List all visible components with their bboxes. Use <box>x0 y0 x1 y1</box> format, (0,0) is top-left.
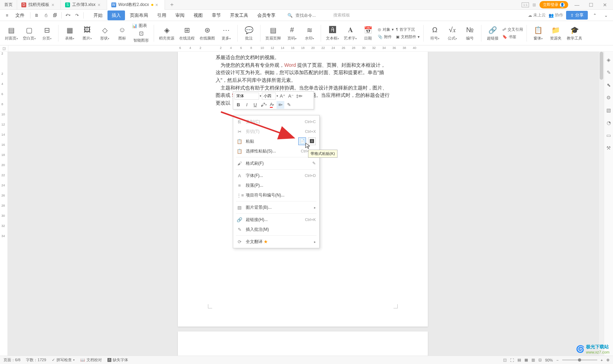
resource-folder-button[interactable]: 📁资源夹 <box>548 23 563 44</box>
tab-templates[interactable]: D 找稻壳模板 × <box>17 0 61 10</box>
font-name-input[interactable] <box>235 93 259 100</box>
horizontal-ruler[interactable]: ◲ 64224681012141618202224262830323436384… <box>0 45 613 52</box>
context-menu-item[interactable]: 📋粘贴📄🅰 <box>233 136 319 146</box>
ribbon-tab-start[interactable]: 开始 <box>89 10 107 20</box>
command-search-input[interactable] <box>295 13 330 18</box>
hyperlink-button[interactable]: 🔗超链接 <box>485 23 500 44</box>
picture-button[interactable]: 🖼图片▾ <box>79 23 95 44</box>
paste-text-only-icon[interactable]: 🅰 <box>308 137 316 145</box>
login-button[interactable]: 立即登录 👤 <box>539 1 568 8</box>
context-menu-item[interactable]: ⋮≡项目符号和编号(N)... <box>233 190 319 200</box>
tab-word-doc[interactable]: W Word教程2.docx × <box>107 0 165 10</box>
zoom-out-button[interactable]: − <box>556 358 558 362</box>
docer-resource-button[interactable]: ◈稻壳资源 <box>158 23 176 44</box>
page-number-button[interactable]: #页码▾ <box>284 23 300 44</box>
pen-panel-icon[interactable]: ✎ <box>606 69 612 76</box>
tab-home[interactable]: 首页 <box>0 0 17 10</box>
gallery-panel-icon[interactable]: ▧ <box>606 107 612 113</box>
print-quick-icon[interactable]: ⎙ <box>42 11 50 20</box>
clock-panel-icon[interactable]: ◔ <box>606 120 612 126</box>
tab-workbook[interactable]: S 工作簿3.xlsx × <box>61 0 107 10</box>
settings-panel-icon[interactable]: ⚙ <box>606 94 612 101</box>
view-outline-icon[interactable]: ▥ <box>531 358 535 362</box>
close-icon[interactable]: × <box>98 2 103 8</box>
view-print-icon[interactable]: ▤ <box>517 358 521 362</box>
line-spacing-icon[interactable]: ‡≡▾ <box>295 92 303 100</box>
redo-icon[interactable]: ↷ <box>73 11 81 20</box>
grow-font-icon[interactable]: A⁺ <box>279 92 286 100</box>
ribbon-tab-member[interactable]: 会员专享 <box>253 10 280 20</box>
preview-icon[interactable]: 🗐 <box>51 11 59 20</box>
context-menu-item[interactable]: ✎插入批注(M) <box>233 224 319 234</box>
mindmap-button[interactable]: ⊛在线脑图 <box>198 23 216 44</box>
chart-button[interactable]: 📊图表 <box>132 23 150 29</box>
ribbon-tab-view[interactable]: 视图 <box>189 10 207 20</box>
dropcap-button[interactable]: ¶首字下沉 <box>396 27 420 32</box>
maximize-button[interactable]: ☐ <box>586 2 596 8</box>
blank-page-button[interactable]: ▢空白页▾ <box>21 23 37 44</box>
collab-button[interactable]: 👥协作 <box>549 12 563 18</box>
flowchart-button[interactable]: ⊞在线流程 <box>178 23 196 44</box>
grid-icon[interactable]: ⊞ <box>532 2 536 7</box>
ribbon-tab-insert[interactable]: 插入 <box>107 10 125 20</box>
vertical-ruler[interactable]: 2246810121416182022242628303234 <box>0 52 8 356</box>
teaching-tools-button[interactable]: 🎓教学工具 <box>565 23 584 44</box>
highlight-icon[interactable]: 🖍▾ <box>260 101 267 109</box>
context-menu-item[interactable]: 📋选择性粘贴(S)...Ctrl+Alt+ <box>233 146 319 156</box>
context-menu-item[interactable]: A字体(F)...Ctrl+D <box>233 171 319 180</box>
comment-button[interactable]: 💬批注 <box>241 23 257 44</box>
equation-button[interactable]: √𝑥公式▾ <box>445 23 460 44</box>
docparts-button[interactable]: ▣文档部件▾ <box>396 34 420 40</box>
shapes-button[interactable]: ◇形状▾ <box>97 23 112 44</box>
docer-panel-icon[interactable]: ◈ <box>606 57 612 63</box>
smartart-button[interactable]: ⊡智能图形 <box>132 29 150 43</box>
view-web-icon[interactable]: ▦ <box>524 358 528 362</box>
context-menu-item[interactable]: ⟳全文翻译 ★▸ <box>233 237 319 247</box>
spell-check-status[interactable]: ✓拼写检查▾ <box>52 357 75 363</box>
bold-icon[interactable]: B <box>235 101 242 109</box>
format-painter-icon[interactable]: ✎ <box>285 101 293 109</box>
font-size-input[interactable] <box>262 93 276 100</box>
view-nav-icon[interactable]: ◫ <box>503 358 507 362</box>
file-menu[interactable]: 文件 <box>12 12 28 19</box>
template-search[interactable]: 搜索模板 <box>333 12 350 18</box>
missing-font-status[interactable]: 🅰缺失字体 <box>107 357 128 363</box>
ribbon-tab-dev[interactable]: 开发工具 <box>226 10 252 20</box>
view-fullscreen-icon[interactable]: ⛶ <box>510 358 514 362</box>
close-window-button[interactable]: ✕ <box>600 2 610 8</box>
word-count-status[interactable]: 字数：1729 <box>26 357 46 363</box>
scrollbar-thumb[interactable] <box>600 52 603 80</box>
share-button[interactable]: ⇧分享 <box>566 11 588 20</box>
page-break-button[interactable]: ⊟分页▾ <box>39 23 55 44</box>
context-menu-item[interactable]: ▧图片背景(B)...▸ <box>233 202 319 212</box>
fit-page-icon[interactable]: ⊡ <box>538 358 542 362</box>
shrink-font-icon[interactable]: A⁻ <box>287 92 295 100</box>
best-fit-icon[interactable]: ⊕ <box>606 358 609 362</box>
date-button[interactable]: 📅日期 <box>360 23 376 44</box>
ribbon-tab-review[interactable]: 审阅 <box>171 10 189 20</box>
zoom-value[interactable]: 90% <box>545 358 553 362</box>
paste-keep-format-icon[interactable]: 📄 <box>298 137 306 145</box>
bookmark-button[interactable]: 🔖书签 <box>502 34 523 40</box>
zoom-slider[interactable] <box>562 359 597 361</box>
close-icon[interactable]: × <box>51 2 56 8</box>
tools-panel-icon[interactable]: ⚒ <box>606 145 612 151</box>
italic-icon[interactable]: I <box>243 101 251 109</box>
ribbon-tab-reference[interactable]: 引用 <box>153 10 170 20</box>
cloud-status[interactable]: ☁未上云 <box>528 12 546 18</box>
icons-button[interactable]: ☺图标 <box>114 23 130 44</box>
cover-page-button[interactable]: ▤封面页▾ <box>4 23 19 44</box>
ribbon-tab-layout[interactable]: 页面布局 <box>126 10 152 20</box>
table-button[interactable]: ▦表格▾ <box>62 23 77 44</box>
align-icon[interactable]: ≡▾ <box>277 101 284 109</box>
collapse-ribbon-icon[interactable]: ⌃ <box>591 11 599 20</box>
proofread-status[interactable]: 📖文档校对 <box>80 357 102 363</box>
select-panel-icon[interactable]: ⬉ <box>606 82 612 88</box>
close-icon[interactable]: × <box>155 2 160 8</box>
save-icon[interactable]: 🗎 <box>33 11 41 20</box>
zoom-in-button[interactable]: + <box>601 358 603 362</box>
context-menu-item[interactable]: ≡段落(P)... <box>233 180 319 190</box>
document-page-next[interactable] <box>178 331 428 356</box>
context-menu-item[interactable]: 🔗超链接(H)...Ctrl+K <box>233 215 319 224</box>
crossref-button[interactable]: ☍交叉引用 <box>502 27 523 32</box>
